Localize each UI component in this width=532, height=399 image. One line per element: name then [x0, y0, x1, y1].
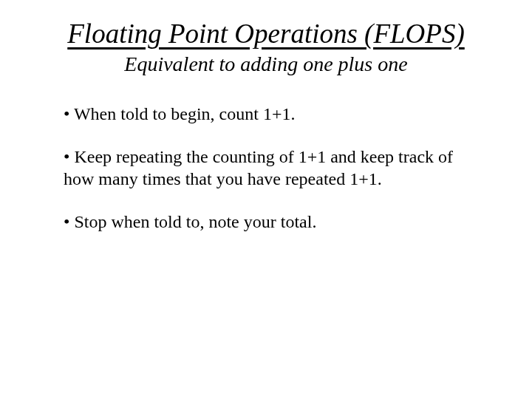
slide: Floating Point Operations (FLOPS) Equiva… [0, 0, 532, 233]
slide-title: Floating Point Operations (FLOPS) [27, 18, 505, 50]
bullet-item: • When told to begin, count 1+1. [64, 103, 468, 125]
bullet-item: • Keep repeating the counting of 1+1 and… [64, 146, 468, 190]
bullet-list: • When told to begin, count 1+1. • Keep … [27, 103, 505, 233]
bullet-item: • Stop when told to, note your total. [64, 211, 468, 233]
slide-subtitle: Equivalent to adding one plus one [27, 52, 505, 76]
